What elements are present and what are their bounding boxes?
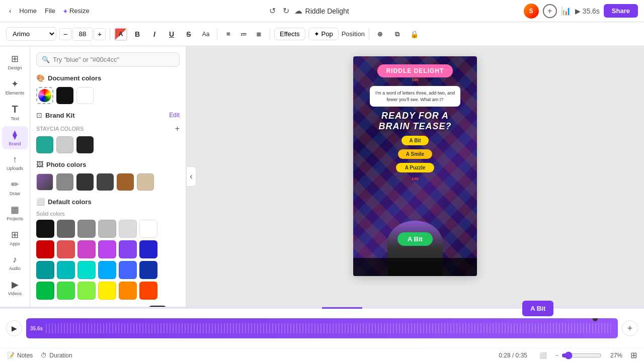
option-a-puzzle-button[interactable]: A Puzzle (396, 163, 435, 172)
bold-button[interactable]: B (130, 27, 144, 41)
canvas-nav-left[interactable]: ‹ (186, 166, 196, 187)
resize-button[interactable]: ◈ Resize (60, 5, 93, 17)
analytics-button[interactable]: 📊 (561, 6, 571, 16)
font-size-input[interactable] (72, 28, 93, 41)
distribute-button[interactable]: ⊕ (373, 27, 387, 41)
design-icon: ⊞ (11, 53, 19, 64)
swatch-lime[interactable] (77, 282, 96, 300)
search-input[interactable] (53, 56, 174, 63)
sidebar-item-projects[interactable]: ▦ Projects (2, 201, 28, 224)
photo-color-mid-gray[interactable] (56, 173, 73, 191)
sidebar-item-brand[interactable]: ⧫ Brand (2, 126, 28, 149)
underline-button[interactable]: U (165, 27, 179, 41)
undo-button[interactable]: ↺ (267, 4, 278, 18)
sidebar-item-elements[interactable]: ✦ Elements (2, 75, 28, 99)
align-list-button[interactable]: ≔ (236, 27, 251, 41)
back-button[interactable]: ‹ (6, 5, 14, 17)
photo-color-charcoal[interactable] (97, 173, 114, 191)
redo-button[interactable]: ↻ (281, 4, 291, 18)
swatch-navy[interactable] (139, 261, 157, 279)
sidebar-item-design[interactable]: ⊞ Design (2, 50, 28, 73)
option-a-smile-button[interactable]: A Smile (398, 149, 432, 159)
timeline-track[interactable]: 35.6s (26, 318, 618, 338)
brand-color-teal[interactable] (36, 136, 53, 153)
swatch-red-orange[interactable] (139, 282, 157, 300)
align-left-button[interactable]: ≡ (221, 27, 235, 41)
swatch-green[interactable] (36, 282, 54, 300)
italic-button[interactable]: I (147, 27, 162, 41)
badge-number-1: 146 (377, 77, 453, 82)
swatch-yellow[interactable] (98, 282, 116, 300)
sidebar-label-apps: Apps (10, 241, 20, 246)
photo-color-dark-gray[interactable] (76, 173, 94, 191)
font-size-decrease[interactable]: − (59, 28, 71, 40)
search-box[interactable]: 🔍 (36, 52, 180, 67)
swatch-red[interactable] (36, 240, 54, 258)
audio-icon: ♪ (13, 254, 17, 265)
swatch-purple[interactable] (119, 240, 137, 258)
brand-kit-edit-button[interactable]: Edit (169, 112, 180, 119)
strikethrough-button[interactable]: S (182, 27, 196, 41)
add-color-button[interactable] (36, 87, 53, 104)
effects-button[interactable]: Effects (274, 28, 305, 40)
sidebar-item-uploads[interactable]: ↑ Uploads (2, 151, 28, 174)
lock-button[interactable]: 🔒 (408, 27, 422, 41)
duration-button[interactable]: ⏱ Duration (41, 352, 72, 359)
add-brand-color-icon[interactable]: + (175, 124, 180, 133)
text-case-button[interactable]: Aa (199, 27, 213, 41)
share-button[interactable]: Share (604, 4, 638, 18)
swatch-orange[interactable] (119, 282, 137, 300)
swatch-black[interactable] (36, 220, 54, 238)
swatch-dark-gray[interactable] (57, 220, 75, 238)
swatch-dark-blue[interactable] (139, 240, 157, 258)
align-justify-button[interactable]: ≣ (252, 27, 266, 41)
swatch-dark-teal[interactable] (36, 261, 54, 279)
photo-swatch-portrait[interactable] (36, 173, 53, 191)
swatch-cyan[interactable] (77, 261, 96, 279)
preview-play-button[interactable]: ▶ 35.6s (575, 7, 600, 15)
elements-icon: ✦ (11, 78, 19, 89)
pop-effect-button[interactable]: ✦ Pop (308, 28, 339, 40)
swatch-sky-blue[interactable] (98, 261, 116, 279)
timeline-play-button[interactable]: ▶ (6, 320, 22, 336)
sidebar-item-apps[interactable]: ⊞ Apps (2, 226, 28, 249)
template-match-button[interactable]: ⧉ (390, 27, 405, 41)
color-row-reds (36, 240, 180, 258)
home-button[interactable]: Home (16, 5, 40, 17)
swatch-teal[interactable] (57, 261, 75, 279)
swatch-white[interactable] (139, 220, 157, 238)
swatch-magenta[interactable] (77, 240, 96, 258)
sidebar-item-draw[interactable]: ✏ Draw (2, 176, 28, 199)
position-button[interactable]: Position (342, 30, 365, 38)
photo-color-brown[interactable] (117, 173, 134, 191)
file-button[interactable]: File (42, 5, 58, 17)
option-a-bit-button[interactable]: A Bit (401, 136, 429, 145)
text-color-button[interactable]: A (114, 28, 127, 41)
swatch-light-green[interactable] (57, 282, 75, 300)
cloud-save-button[interactable]: ☁ (294, 6, 302, 16)
zoom-slider[interactable] (561, 351, 602, 359)
brand-color-dark[interactable] (76, 136, 94, 153)
add-clip-button[interactable]: + (622, 320, 638, 336)
page-view-button[interactable]: ⬜ (539, 352, 547, 359)
swatch-light-red[interactable] (57, 240, 75, 258)
swatch-light-gray[interactable] (98, 220, 116, 238)
add-collaborator-button[interactable]: + (543, 4, 557, 18)
photo-color-tan[interactable] (137, 173, 154, 191)
font-size-increase[interactable]: + (94, 28, 106, 40)
swatch-violet[interactable] (98, 240, 116, 258)
doc-color-black[interactable] (56, 87, 73, 104)
brand-kit-section: ⊡ Brand Kit Edit (36, 111, 180, 119)
sidebar-item-videos[interactable]: ▶ Videos (2, 276, 28, 299)
swatch-very-light-gray[interactable] (119, 220, 137, 238)
sidebar-item-audio[interactable]: ♪ Audio (2, 251, 28, 274)
swatch-blue[interactable] (119, 261, 137, 279)
doc-color-white[interactable] (76, 87, 94, 104)
swatch-gray[interactable] (77, 220, 96, 238)
grid-view-button[interactable]: ⊞ (630, 350, 637, 360)
brand-color-gray[interactable] (56, 136, 73, 153)
font-family-select[interactable]: Arimo (6, 27, 56, 41)
sidebar-item-text[interactable]: T Text (2, 101, 28, 124)
design-canvas[interactable]: RIDDLE DELIGHT 146 I'm a word of letters… (353, 56, 477, 276)
notes-button[interactable]: 📝 Notes (7, 352, 33, 359)
